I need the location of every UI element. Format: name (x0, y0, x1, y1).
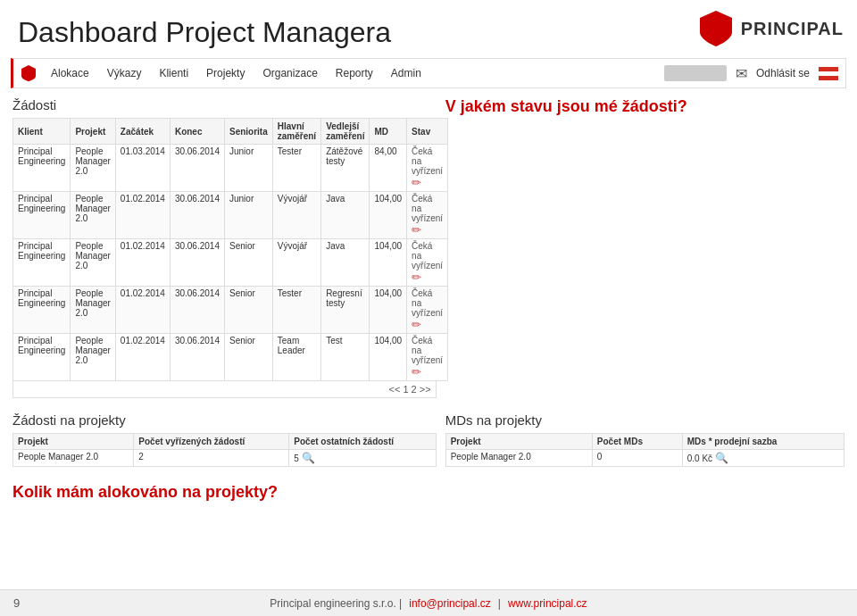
search-icon[interactable]: 🔍 (715, 452, 728, 464)
table-row: People Manager 2.0 0 0.0 Kč 🔍 (445, 450, 844, 467)
cell-hlavni: Tester (272, 287, 320, 334)
footer-separator: | (498, 597, 501, 610)
cell-vedlejsi: Regresní testy (321, 287, 370, 334)
mail-icon[interactable]: ✉ (736, 65, 747, 82)
nav-klienti[interactable]: Klienti (150, 62, 197, 85)
cell-hlavni: Team Leader (272, 334, 320, 381)
cell-stav: Čeká na vyřízení ✏ (407, 334, 448, 381)
col-hlavni: Hlavní zaměření (272, 119, 320, 145)
col-seniorita: Seniorita (224, 119, 272, 145)
cell-stav: Čeká na vyřízení ✏ (407, 239, 448, 287)
cell-hlavni: Tester (272, 145, 320, 192)
cell-projekt: People Manager 2.0 (71, 145, 115, 192)
table-row: People Manager 2.0 2 5 🔍 (13, 450, 437, 467)
svg-rect-1 (819, 71, 838, 76)
cell-stav: Čeká na vyřízení ✏ (407, 192, 448, 239)
table-row: Principal Engineering People Manager 2.0… (13, 334, 448, 381)
cell-zacatek: 01.02.2014 (115, 192, 170, 239)
footer: 9 Principal engineering s.r.o. | info@pr… (0, 589, 857, 616)
footer-link-email[interactable]: info@principal.cz (409, 597, 491, 610)
cell-klient: Principal Engineering (13, 239, 71, 287)
cell-konec: 30.06.2014 (170, 287, 224, 334)
cell-seniorita: Junior (224, 192, 272, 239)
cell-klient: Principal Engineering (13, 334, 71, 381)
svg-rect-2 (819, 76, 838, 80)
cell-md: 104,00 (370, 192, 407, 239)
nav-logout[interactable]: Odhlásit se (756, 67, 810, 79)
logo-shield-icon (698, 9, 734, 48)
edit-icon[interactable]: ✏ (412, 271, 421, 284)
zp-cell-projekt: People Manager 2.0 (13, 450, 134, 467)
table-row: Principal Engineering People Manager 2.0… (13, 239, 448, 287)
zp-col-vyrizene: Počet vyřízených žádostí (134, 434, 289, 450)
nav-vykazy[interactable]: Výkazy (98, 62, 151, 85)
cell-klient: Principal Engineering (13, 145, 71, 192)
cell-hlavni: Vývojář (272, 239, 320, 287)
cell-konec: 30.06.2014 (170, 239, 224, 287)
col-projekt: Projekt (71, 119, 115, 145)
pagination[interactable]: << 1 2 >> (12, 381, 437, 398)
nav-organizace[interactable]: Organizace (254, 62, 326, 85)
table-row: Principal Engineering People Manager 2.0… (13, 287, 448, 334)
cell-md: 104,00 (370, 239, 407, 287)
cell-stav: Čeká na vyřízení ✏ (407, 287, 448, 334)
col-zacatek: Začátek (115, 119, 170, 145)
main-content: Žádosti Klient Projekt Začátek Konec Sen… (0, 92, 857, 404)
cell-konec: 30.06.2014 (170, 334, 224, 381)
table-row: Principal Engineering People Manager 2.0… (13, 192, 448, 239)
cell-seniorita: Junior (224, 145, 272, 192)
edit-icon[interactable]: ✏ (412, 318, 421, 331)
page-number: 9 (13, 596, 20, 610)
zp-col-ostatni: Počet ostatních žádostí (289, 434, 436, 450)
navbar: Alokace Výkazy Klienti Projekty Organiza… (11, 58, 846, 88)
nav-admin[interactable]: Admin (382, 62, 430, 85)
zp-col-projekt: Projekt (13, 434, 134, 450)
nav-reporty[interactable]: Reporty (327, 62, 382, 85)
cell-md: 84,00 (370, 145, 407, 192)
zadosti-title: Žádosti (12, 97, 437, 112)
cell-vedlejsi: Java (321, 239, 370, 287)
cell-md: 104,00 (370, 287, 407, 334)
cell-projekt: People Manager 2.0 (71, 192, 115, 239)
col-md: MD (370, 119, 407, 145)
mds-projekty-table: Projekt Počet MDs MDs * prodejní sazba P… (445, 433, 845, 467)
cell-projekt: People Manager 2.0 (71, 334, 115, 381)
table-row: Principal Engineering People Manager 2.0… (13, 145, 448, 192)
mds-cell-projekt: People Manager 2.0 (445, 450, 592, 467)
footer-link-website[interactable]: www.principal.cz (508, 597, 587, 610)
flag-icon (819, 67, 838, 80)
cell-stav: Čeká na vyřízení ✏ (407, 145, 448, 192)
cell-seniorita: Senior (224, 239, 272, 287)
svg-rect-0 (819, 67, 838, 71)
mds-projekty-panel: MDs na projekty Projekt Počet MDs MDs * … (445, 412, 845, 467)
edit-icon[interactable]: ✏ (412, 223, 421, 237)
edit-icon[interactable]: ✏ (412, 365, 421, 379)
nav-alokace[interactable]: Alokace (42, 62, 98, 85)
mds-cell-pocet: 0 (592, 450, 682, 467)
edit-icon[interactable]: ✏ (412, 176, 421, 189)
cell-vedlejsi: Java (321, 192, 370, 239)
nav-user-avatar (664, 65, 727, 81)
mds-cell-sazba: 0.0 Kč 🔍 (682, 450, 844, 467)
zadosti-projekty-panel: Žádosti na projekty Projekt Počet vyříze… (12, 412, 437, 467)
zadosti-table: Klient Projekt Začátek Konec Seniorita H… (12, 118, 448, 381)
cell-projekt: People Manager 2.0 (71, 287, 115, 334)
cell-vedlejsi: Test (321, 334, 370, 381)
mds-projekty-title: MDs na projekty (445, 412, 845, 428)
zp-cell-vyrizene: 2 (134, 450, 289, 467)
cell-vedlejsi: Zátěžové testy (321, 145, 370, 192)
nav-projekty[interactable]: Projekty (197, 62, 254, 85)
cell-zacatek: 01.02.2014 (115, 287, 170, 334)
zadosti-projekty-table: Projekt Počet vyřízených žádostí Počet o… (12, 433, 437, 467)
right-question-panel: V jakém stavu jsou mé žádosti? (445, 97, 845, 398)
cell-zacatek: 01.02.2014 (115, 239, 170, 287)
mds-col-projekt: Projekt (445, 434, 592, 450)
cell-zacatek: 01.03.2014 (115, 145, 170, 192)
cell-seniorita: Senior (224, 287, 272, 334)
search-icon[interactable]: 🔍 (302, 452, 315, 464)
logo-text: PRINCIPAL (741, 19, 844, 39)
cell-klient: Principal Engineering (13, 287, 71, 334)
col-klient: Klient (13, 119, 71, 145)
cell-zacatek: 01.02.2014 (115, 334, 170, 381)
footer-text: Principal engineering s.r.o. | (270, 597, 402, 610)
